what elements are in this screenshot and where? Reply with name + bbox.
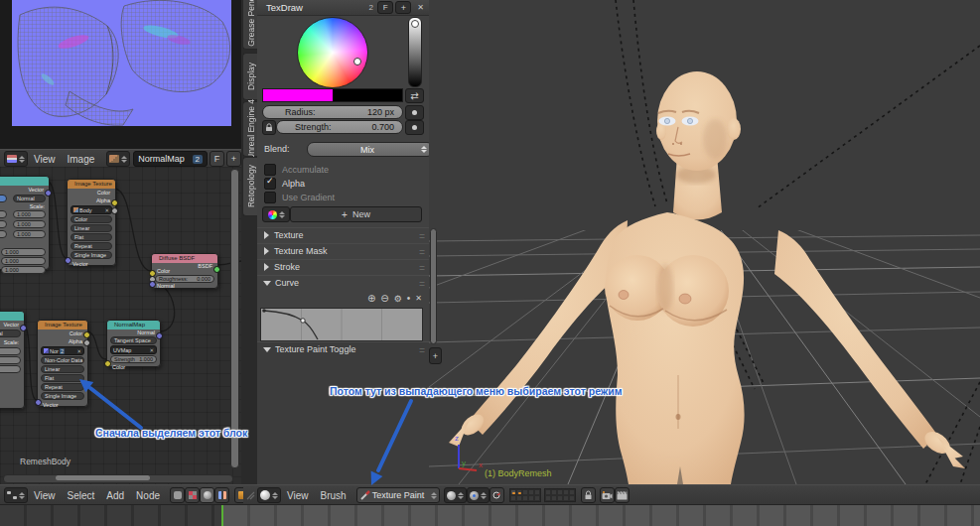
manipulator-toggle[interactable] [490, 487, 504, 503]
matcap-sphere-dropdown[interactable] [257, 487, 281, 503]
curve-point-selected[interactable] [301, 319, 305, 323]
timeline-before-range[interactable] [0, 505, 221, 526]
option-button[interactable]: Linear [70, 224, 112, 232]
editor-type-dropdown[interactable] [4, 487, 28, 503]
node-mapping-bottom[interactable]: Vector Normal Scale: 1.000 1.000 1.000 [0, 311, 25, 409]
option-button[interactable]: Non-Color Data [41, 356, 84, 364]
option-button[interactable]: Flat [41, 374, 84, 382]
node-diffuse-bsdf[interactable]: Diffuse BSDF BSDF Color Roughness:0.000 … [151, 253, 218, 289]
mapping-type-normal[interactable]: Normal [13, 195, 46, 202]
delete-point-icon[interactable]: ✕ [415, 294, 422, 303]
timeline-frame-range[interactable] [223, 505, 980, 526]
color-wheel-cursor[interactable] [353, 58, 361, 66]
viewport-shading-dropdown[interactable] [444, 487, 467, 503]
unlink-icon[interactable]: ✕ [104, 207, 109, 213]
area-corner-icon[interactable] [245, 490, 255, 500]
pivot-point-dropdown[interactable] [467, 487, 490, 503]
image-datablock[interactable]: Nor 2 ✕ [41, 346, 84, 355]
input-socket-color[interactable] [104, 360, 111, 367]
editor-type-dropdown[interactable] [4, 151, 28, 167]
uv-menu-image[interactable]: Image [62, 154, 101, 165]
radius-slider[interactable]: Radius: 120 px [262, 105, 403, 119]
output-socket-bsdf[interactable] [213, 266, 220, 273]
node-header[interactable] [0, 312, 24, 321]
vertical-scrollbar[interactable] [230, 169, 239, 468]
option-button[interactable]: Linear [41, 365, 84, 373]
section-texture-mask[interactable]: Texture Mask:::: [257, 243, 429, 258]
tab-display[interactable]: Display [242, 53, 258, 100]
section-curve[interactable]: Curve:::: [257, 275, 429, 290]
input-socket-normal[interactable] [149, 281, 156, 288]
unlink-icon[interactable]: ✕ [76, 348, 81, 354]
timeline-playhead[interactable] [221, 505, 223, 526]
new-image-button[interactable]: + [226, 151, 241, 167]
radius-pressure-button[interactable] [405, 105, 424, 120]
image-datablock[interactable]: Body ✕ [70, 205, 112, 214]
blend-mode-dropdown[interactable]: Mix [307, 142, 434, 157]
zoom-in-icon[interactable]: ⊕ [367, 293, 375, 304]
value-slider[interactable] [408, 17, 422, 87]
output-socket-color[interactable] [111, 199, 118, 206]
node-header[interactable]: Diffuse BSDF [152, 254, 217, 263]
opengl-render-button[interactable] [600, 487, 615, 503]
wrench-icon[interactable]: ⚙ [394, 294, 402, 304]
tab-unreal-engine-4[interactable]: Unreal Engine 4 [242, 101, 258, 157]
brush-menu[interactable]: Brush [315, 490, 352, 501]
section-texture-paint-toggle[interactable]: Texture Paint Toggle:::: [257, 341, 429, 356]
checkbox[interactable] [264, 164, 276, 176]
option-button[interactable]: Repeat [41, 383, 84, 391]
node-menu-node[interactable]: Node [130, 490, 166, 501]
output-socket-vector[interactable] [45, 190, 52, 197]
shader-object-icon[interactable] [170, 487, 185, 503]
unlink-icon[interactable]: ✕ [149, 347, 154, 353]
tool-shelf-scrollbar[interactable] [430, 228, 437, 344]
node-header[interactable]: Image Texture [68, 180, 115, 189]
strength-slider[interactable]: Strength: 0.700 [276, 120, 403, 134]
output-socket-vector[interactable] [20, 325, 27, 331]
node-tree-icon[interactable] [214, 487, 229, 503]
users-count-badge[interactable]: 2 [193, 155, 203, 164]
curve-point[interactable] [262, 309, 266, 313]
use-gradient-option[interactable]: Use Gradient [264, 192, 335, 203]
fake-user-button[interactable]: F [377, 1, 393, 14]
checkbox-checked[interactable]: ✓ [264, 178, 276, 190]
layers-widget-group2[interactable] [544, 488, 576, 502]
node-header[interactable] [0, 177, 49, 186]
drag-dots-icon[interactable]: :::: [419, 231, 424, 240]
drag-dots-icon[interactable]: :::: [419, 345, 424, 354]
color-wheel[interactable] [297, 17, 368, 88]
drag-dots-icon[interactable]: :::: [419, 263, 424, 272]
mapping-type-vector[interactable]: Vector [0, 195, 7, 202]
mapping-type-normal[interactable]: Normal [0, 329, 21, 337]
texture-checker-icon[interactable] [185, 487, 200, 503]
value-slider-handle[interactable] [411, 20, 419, 28]
strength-pressure-button[interactable] [405, 120, 424, 135]
section-stroke[interactable]: Stroke:::: [257, 259, 429, 274]
tab-grease-pencil[interactable]: Grease Penc [242, 0, 258, 50]
drag-dots-icon[interactable]: :::: [419, 247, 424, 256]
option-button[interactable]: Single Image [41, 392, 84, 400]
mode-dropdown[interactable]: Texture Paint [356, 487, 440, 503]
input-socket-vector[interactable] [65, 257, 71, 264]
close-icon[interactable]: ✕ [417, 3, 424, 12]
unified-strength-lock-button[interactable] [262, 120, 276, 135]
node-header[interactable]: NormalMap [107, 321, 160, 329]
female-model[interactable] [449, 71, 965, 484]
node-menu-select[interactable]: Select [62, 490, 101, 501]
layers-widget-group1[interactable] [509, 488, 541, 502]
node-image-texture-top[interactable]: Image Texture Color Alpha Body ✕ Color L… [67, 179, 116, 266]
space-dropdown[interactable]: Tangent Space [110, 336, 157, 344]
primary-color-swatch[interactable] [263, 89, 333, 101]
option-button[interactable]: Single Image [70, 251, 112, 259]
brush-users-count[interactable]: 2 [364, 2, 377, 13]
scene-lock-button[interactable] [581, 487, 596, 503]
users-count-badge[interactable]: 2 [60, 348, 65, 354]
node-image-texture-bottom[interactable]: Image Texture Color Alpha Nor 2 ✕ Non-Co… [37, 320, 88, 407]
accumulate-option[interactable]: Accumulate [264, 164, 329, 176]
option-button[interactable]: Flat [70, 233, 112, 241]
timeline[interactable] [0, 504, 980, 526]
option-button[interactable]: Color [70, 215, 112, 223]
input-socket-vector[interactable] [35, 399, 42, 406]
image-datablock-dropdown[interactable] [106, 151, 130, 167]
tab-retopology[interactable]: Retopology [242, 157, 258, 216]
